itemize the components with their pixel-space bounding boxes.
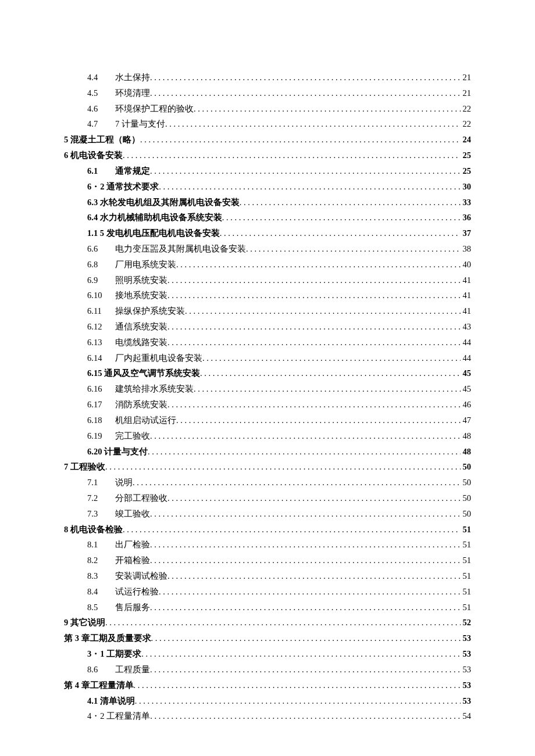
toc-entry: 6.3 水轮发电机组及其附属机电设备安装33 — [64, 195, 471, 210]
toc-entry-page: 22 — [461, 101, 472, 117]
toc-leader-dots — [141, 646, 460, 662]
toc-entry-page: 52 — [461, 615, 472, 630]
toc-entry: 第 4 章工程量清单53 — [64, 678, 471, 693]
toc-entry: 6.9照明系统安装41 — [64, 273, 471, 288]
toc-entry-number: 4.4 — [87, 70, 115, 85]
toc-entry: 6.15 通风及空气调节系统安装45 — [64, 366, 471, 381]
toc-entry: 6.1通常规定25 — [64, 163, 471, 179]
toc-entry-page: 51 — [461, 600, 472, 615]
toc-leader-dots — [194, 381, 461, 397]
toc-entry-page: 51 — [461, 584, 472, 600]
toc-leader-dots — [165, 116, 461, 132]
toc-entry: 9 其它说明52 — [64, 615, 471, 630]
toc-entry-page: 50 — [461, 506, 472, 522]
toc-entry-title: 6.20 计量与支付 — [87, 444, 148, 460]
toc-entry: 6.18机组启动试运行47 — [64, 413, 471, 428]
toc-entry-number: 4.7 — [87, 116, 115, 132]
toc-leader-dots — [105, 459, 461, 475]
toc-entry: 4.5环境清理21 — [64, 85, 471, 101]
toc-entry-title: 分部工程验收 — [115, 490, 167, 506]
toc-entry: 6.13电缆线路安装44 — [64, 335, 471, 350]
toc-entry-number: 6.13 — [87, 335, 115, 350]
toc-entry-page: 37 — [461, 225, 472, 241]
toc-entry-page: 36 — [461, 210, 472, 225]
toc-entry-page: 40 — [461, 257, 472, 273]
toc-entry-title: 厂内起重机电设备安装 — [115, 350, 202, 366]
toc-entry-page: 22 — [461, 116, 472, 132]
toc-entry-page: 50 — [461, 459, 472, 475]
toc-entry-page: 33 — [461, 195, 472, 210]
toc-leader-dots — [167, 568, 461, 584]
toc-entry-number: 6.18 — [87, 413, 115, 428]
toc-entry-title: 环境清理 — [115, 85, 150, 101]
toc-leader-dots — [150, 553, 461, 568]
toc-entry-page: 48 — [461, 444, 472, 460]
toc-entry-page: 47 — [461, 413, 472, 428]
toc-entry-number: 6.6 — [87, 241, 115, 257]
toc-leader-dots — [135, 693, 461, 709]
toc-leader-dots — [140, 132, 461, 148]
toc-entry-page: 53 — [461, 678, 472, 693]
toc-leader-dots — [134, 678, 461, 693]
toc-entry-title: 试运行检验 — [115, 584, 159, 600]
toc-entry-page: 41 — [461, 288, 472, 303]
toc-leader-dots — [133, 475, 461, 490]
toc-entry-number: 8.1 — [87, 537, 115, 553]
toc-entry: 4.4水土保持21 — [64, 70, 471, 85]
toc-entry-page: 38 — [461, 241, 472, 257]
toc-leader-dots — [202, 350, 461, 366]
toc-entry-title: 开箱检验 — [115, 553, 150, 568]
toc-entry-number: 7.1 — [87, 475, 115, 490]
toc-entry-page: 24 — [461, 132, 472, 148]
toc-entry-page: 25 — [461, 163, 472, 179]
toc-entry-number: 4.5 — [87, 85, 115, 101]
toc-entry-title: 3・1 工期要求 — [87, 646, 141, 662]
toc-entry-number: 6.9 — [87, 273, 115, 288]
toc-entry-title: 6.4 水力机械辅助机电设备系统安装 — [87, 210, 222, 225]
toc-entry: 6.20 计量与支付48 — [64, 444, 471, 460]
toc-entry: 6.6电力变压噐及其附属机电设备安装38 — [64, 241, 471, 257]
toc-entry: 4.1 清单说明53 — [64, 693, 471, 709]
toc-leader-dots — [200, 366, 461, 381]
toc-leader-dots — [159, 584, 461, 600]
toc-entry-title: 操纵保护系统安装 — [115, 303, 185, 319]
toc-entry-title: 竣工验收 — [115, 506, 150, 522]
toc-entry-page: 51 — [461, 522, 472, 538]
toc-leader-dots — [220, 225, 461, 241]
toc-entry-page: 53 — [461, 646, 472, 662]
toc-entry-number: 8.5 — [87, 600, 115, 615]
toc-entry-page: 21 — [461, 70, 472, 85]
toc-entry: 6.4 水力机械辅助机电设备系统安装36 — [64, 210, 471, 225]
toc-leader-dots — [123, 522, 461, 538]
toc-leader-dots — [167, 273, 461, 288]
toc-entry-title: 7 工程验收 — [64, 459, 105, 475]
toc-entry-title: 第 3 章工期及质量要求 — [64, 630, 151, 646]
toc-entry-title: 说明 — [115, 475, 133, 490]
toc-entry-page: 51 — [461, 568, 472, 584]
toc-leader-dots — [176, 257, 461, 273]
toc-entry-number: 6.12 — [87, 319, 115, 335]
toc-entry-page: 53 — [461, 662, 472, 678]
toc-entry-title: 照明系统安装 — [115, 273, 167, 288]
toc-entry-title: 第 4 章工程量清单 — [64, 678, 134, 693]
toc-leader-dots — [246, 241, 461, 257]
toc-entry: 6 机电设备安装25 — [64, 148, 471, 163]
toc-entry-title: 7 计量与支付 — [115, 116, 165, 132]
toc-entry-title: 通常规定 — [115, 163, 150, 179]
toc-entry: 第 3 章工期及质量要求53 — [64, 630, 471, 646]
toc-entry-title: 环境保护工程的验收 — [115, 101, 194, 117]
toc-entry-page: 54 — [461, 708, 472, 724]
toc-leader-dots — [194, 101, 461, 117]
toc-entry: 6.8厂用电系统安装40 — [64, 257, 471, 273]
toc-entry: 8.4试运行检验51 — [64, 584, 471, 600]
toc-entry: 6.12通信系统安装43 — [64, 319, 471, 335]
toc-entry-page: 51 — [461, 537, 472, 553]
toc-entry-page: 50 — [461, 490, 472, 506]
toc-entry-page: 45 — [461, 381, 472, 397]
toc-entry-page: 50 — [461, 475, 472, 490]
toc-entry: 4・2 工程量清单54 — [64, 708, 471, 724]
toc-entry-page: 45 — [461, 366, 472, 381]
toc-entry-page: 44 — [461, 350, 472, 366]
toc-leader-dots — [167, 490, 461, 506]
toc-entry-title: 1.1 5 发电机电压配电机电设备安装 — [87, 225, 220, 241]
